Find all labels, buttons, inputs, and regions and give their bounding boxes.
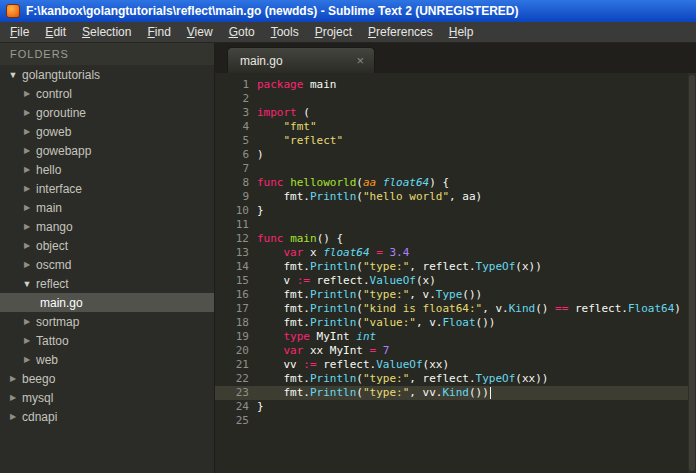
expand-arrow-icon[interactable]: ▶ xyxy=(22,203,32,212)
folder-gowebapp[interactable]: ▶gowebapp xyxy=(0,141,214,160)
expand-arrow-icon[interactable]: ▶ xyxy=(22,222,32,231)
code-line-15[interactable]: 15 v := reflect.ValueOf(x) xyxy=(215,274,696,288)
folder-mango[interactable]: ▶mango xyxy=(0,217,214,236)
code-text: fmt.Println("type:", v.Type()) xyxy=(249,288,482,302)
code-line-25[interactable]: 25 xyxy=(215,414,696,428)
folder-main[interactable]: ▶main xyxy=(0,198,214,217)
code-line-16[interactable]: 16 fmt.Println("type:", v.Type()) xyxy=(215,288,696,302)
code-line-22[interactable]: 22 fmt.Println("type:", reflect.TypeOf(x… xyxy=(215,372,696,386)
tab-main-go[interactable]: main.go × xyxy=(227,47,375,73)
code-line-23[interactable]: 23 fmt.Println("type:", vv.Kind()) xyxy=(215,386,696,400)
code-line-17[interactable]: 17 fmt.Println("kind is float64:", v.Kin… xyxy=(215,302,696,316)
code-line-3[interactable]: 3import ( xyxy=(215,106,696,120)
expand-arrow-icon[interactable]: ▶ xyxy=(22,184,32,193)
expand-arrow-icon[interactable]: ▶ xyxy=(8,393,18,402)
title-bar: F:\kanbox\golangtutorials\reflect\main.g… xyxy=(0,0,696,22)
folder-reflect[interactable]: ▼reflect xyxy=(0,274,214,293)
code-line-9[interactable]: 9 fmt.Println("hello world", aa) xyxy=(215,190,696,204)
code-line-2[interactable]: 2 xyxy=(215,92,696,106)
scrollbar-track[interactable] xyxy=(688,73,696,473)
expand-arrow-icon[interactable]: ▶ xyxy=(8,412,18,421)
menu-help[interactable]: Help xyxy=(441,23,482,41)
code-area[interactable]: 1package main23import (4 "fmt"5 "reflect… xyxy=(215,73,696,473)
code-line-21[interactable]: 21 vv := reflect.ValueOf(xx) xyxy=(215,358,696,372)
tree-item-label: web xyxy=(36,353,58,367)
folder-golangtutorials[interactable]: ▼golangtutorials xyxy=(0,65,214,84)
expand-arrow-icon[interactable]: ▶ xyxy=(22,146,32,155)
tree-item-label: cdnapi xyxy=(22,410,57,424)
code-line-11[interactable]: 11 xyxy=(215,218,696,232)
menu-selection[interactable]: Selection xyxy=(74,23,139,41)
line-number: 6 xyxy=(215,148,249,162)
menu-project[interactable]: Project xyxy=(307,23,360,41)
tree-item-label: hello xyxy=(36,163,61,177)
folder-cdnapi[interactable]: ▶cdnapi xyxy=(0,407,214,426)
tree-item-label: reflect xyxy=(36,277,69,291)
line-number: 19 xyxy=(215,330,249,344)
tab-label: main.go xyxy=(240,54,352,68)
expand-arrow-icon[interactable]: ▶ xyxy=(22,108,32,117)
expand-arrow-icon[interactable]: ▶ xyxy=(8,374,18,383)
tree-item-label: oscmd xyxy=(36,258,71,272)
menu-edit[interactable]: Edit xyxy=(37,23,74,41)
line-number: 24 xyxy=(215,400,249,414)
tree-item-label: object xyxy=(36,239,68,253)
expand-arrow-icon[interactable]: ▶ xyxy=(22,127,32,136)
menu-view[interactable]: View xyxy=(179,23,221,41)
expand-arrow-icon[interactable]: ▶ xyxy=(22,241,32,250)
code-line-24[interactable]: 24} xyxy=(215,400,696,414)
tree-item-label: goweb xyxy=(36,125,71,139)
code-line-12[interactable]: 12func main() { xyxy=(215,232,696,246)
folder-interface[interactable]: ▶interface xyxy=(0,179,214,198)
menu-preferences[interactable]: Preferences xyxy=(360,23,441,41)
folder-goroutine[interactable]: ▶goroutine xyxy=(0,103,214,122)
folder-object[interactable]: ▶object xyxy=(0,236,214,255)
folder-tattoo[interactable]: ▶Tattoo xyxy=(0,331,214,350)
collapse-arrow-icon[interactable]: ▼ xyxy=(8,70,18,80)
code-line-6[interactable]: 6) xyxy=(215,148,696,162)
code-line-4[interactable]: 4 "fmt" xyxy=(215,120,696,134)
scrollbar-thumb[interactable] xyxy=(689,75,695,471)
expand-arrow-icon[interactable]: ▶ xyxy=(22,317,32,326)
tab-close-icon[interactable]: × xyxy=(352,53,368,68)
tab-bar: main.go × xyxy=(215,43,696,73)
menu-goto[interactable]: Goto xyxy=(221,23,263,41)
menu-file[interactable]: File xyxy=(2,23,37,41)
folder-sortmap[interactable]: ▶sortmap xyxy=(0,312,214,331)
expand-arrow-icon[interactable]: ▶ xyxy=(22,89,32,98)
code-line-10[interactable]: 10} xyxy=(215,204,696,218)
folder-beego[interactable]: ▶beego xyxy=(0,369,214,388)
expand-arrow-icon[interactable]: ▶ xyxy=(22,260,32,269)
code-line-20[interactable]: 20 var xx MyInt = 7 xyxy=(215,344,696,358)
file-main.go[interactable]: main.go xyxy=(0,293,214,312)
code-line-18[interactable]: 18 fmt.Println("value:", v.Float()) xyxy=(215,316,696,330)
line-number: 17 xyxy=(215,302,249,316)
code-line-5[interactable]: 5 "reflect" xyxy=(215,134,696,148)
code-line-8[interactable]: 8func helloworld(aa float64) { xyxy=(215,176,696,190)
folder-goweb[interactable]: ▶goweb xyxy=(0,122,214,141)
folder-mysql[interactable]: ▶mysql xyxy=(0,388,214,407)
code-line-14[interactable]: 14 fmt.Println("type:", reflect.TypeOf(x… xyxy=(215,260,696,274)
tree-item-label: goroutine xyxy=(36,106,86,120)
code-line-19[interactable]: 19 type MyInt int xyxy=(215,330,696,344)
code-text: type MyInt int xyxy=(249,330,376,344)
collapse-arrow-icon[interactable]: ▼ xyxy=(22,279,32,289)
menu-find[interactable]: Find xyxy=(139,23,178,41)
line-number: 13 xyxy=(215,246,249,260)
code-line-1[interactable]: 1package main xyxy=(215,78,696,92)
expand-arrow-icon[interactable]: ▶ xyxy=(22,165,32,174)
folder-hello[interactable]: ▶hello xyxy=(0,160,214,179)
code-text: "fmt" xyxy=(249,120,317,134)
line-number: 22 xyxy=(215,372,249,386)
code-text: } xyxy=(249,204,264,218)
code-line-7[interactable]: 7 xyxy=(215,162,696,176)
menu-tools[interactable]: Tools xyxy=(263,23,307,41)
folder-control[interactable]: ▶control xyxy=(0,84,214,103)
expand-arrow-icon[interactable]: ▶ xyxy=(22,355,32,364)
expand-arrow-icon[interactable]: ▶ xyxy=(22,336,32,345)
line-number: 12 xyxy=(215,232,249,246)
code-line-13[interactable]: 13 var x float64 = 3.4 xyxy=(215,246,696,260)
folder-oscmd[interactable]: ▶oscmd xyxy=(0,255,214,274)
folder-web[interactable]: ▶web xyxy=(0,350,214,369)
code-text: } xyxy=(249,400,264,414)
